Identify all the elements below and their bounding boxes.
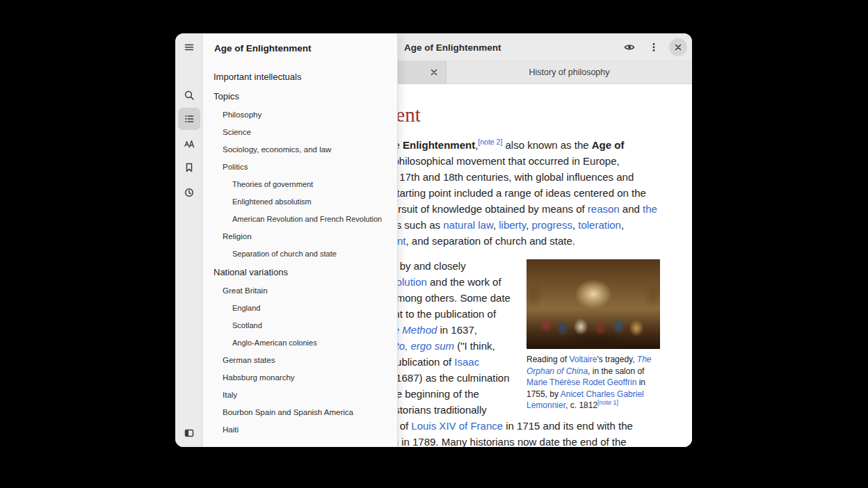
image-caption: Reading of Voltaire's tragedy, The Orpha…	[527, 354, 660, 412]
tab-close-icon[interactable]	[428, 66, 440, 79]
toc-item[interactable]: Science	[203, 124, 397, 141]
eye-icon[interactable]	[620, 38, 638, 56]
toc-item[interactable]: Theories of government	[203, 176, 397, 193]
citation-link[interactable]: [note 2]	[478, 138, 502, 146]
window-title: Age of Enlightenment	[404, 42, 501, 53]
salon-painting-image[interactable]	[527, 259, 660, 349]
text-run: separation of church and state.	[432, 235, 575, 247]
text-run: 's tragedy,	[597, 355, 636, 364]
article-link[interactable]: reason	[588, 203, 620, 215]
toc-item[interactable]: American Revolution and French Revolutio…	[203, 211, 397, 228]
toc-item[interactable]: England	[203, 300, 397, 317]
hamburger-menu-icon[interactable]	[178, 36, 200, 58]
history-icon[interactable]	[178, 181, 200, 204]
text-run: , and	[406, 235, 433, 247]
article-link[interactable]: Louis XIV of France	[411, 420, 503, 432]
toc-title: Age of Enlightenment	[203, 33, 397, 64]
toc-item[interactable]: National variations	[203, 263, 397, 282]
toc-icon[interactable]	[178, 108, 200, 130]
toc-item[interactable]: Anglo-American colonies	[203, 334, 397, 352]
toc-item[interactable]: Haiti	[203, 421, 397, 439]
article-link[interactable]: Voltaire	[569, 355, 597, 364]
text-run: Reading of	[527, 355, 569, 364]
text-run: and the work of	[427, 276, 501, 288]
article-link[interactable]: natural law	[443, 219, 493, 231]
text-run: , in the salon of	[588, 366, 644, 376]
toc-panel: Age of Enlightenment Important intellect…	[203, 33, 398, 447]
toc-item[interactable]: Great Britain	[203, 282, 397, 300]
text-run: ,	[526, 219, 531, 231]
toc-item[interactable]: Scotland	[203, 317, 397, 334]
text-run: ,	[493, 219, 499, 231]
text-run: ,	[572, 219, 578, 231]
text-run: also known as the	[502, 139, 591, 151]
toc-item[interactable]: Important intellectuals	[203, 67, 397, 87]
toc-item[interactable]: Topics	[203, 87, 397, 106]
icon-rail	[175, 33, 203, 447]
app-window: Age of Enlightenment	[175, 33, 692, 447]
close-icon[interactable]	[669, 38, 687, 56]
toc-item[interactable]: Politics	[203, 158, 397, 176]
toc-item[interactable]: German states	[203, 352, 397, 369]
bookmark-icon[interactable]	[178, 156, 200, 179]
toc-item[interactable]: Enlightened absolutism	[203, 193, 397, 211]
toc-item[interactable]: Bourbon Spain and Spanish America	[203, 404, 397, 421]
toc-item[interactable]: Italy	[203, 387, 397, 404]
tab-history-of-philosophy[interactable]: History of philosophy	[447, 61, 692, 83]
article-link[interactable]: liberty	[499, 219, 526, 231]
menu-kebab-icon[interactable]	[645, 38, 663, 56]
article-link[interactable]: toleration	[578, 219, 621, 231]
toc-list: Important intellectualsTopicsPhilosophyS…	[203, 67, 397, 439]
search-icon[interactable]	[178, 84, 200, 106]
toc-item[interactable]: Sociology, economics, and law	[203, 141, 397, 158]
article-figure: Reading of Voltaire's tragedy, The Orpha…	[527, 259, 660, 412]
text-run: and	[620, 203, 643, 215]
text-run: , c. 1812	[565, 400, 597, 410]
toc-item[interactable]: Separation of church and state	[203, 245, 397, 263]
text-run: Enlightenment	[403, 139, 475, 151]
sidebar-toggle-icon[interactable]	[178, 422, 200, 444]
toc-item[interactable]: Habsburg monarchy	[203, 369, 397, 387]
toc-item[interactable]: Philosophy	[203, 106, 397, 124]
tab-label: History of philosophy	[529, 67, 609, 77]
article-link[interactable]: progress	[532, 219, 572, 231]
language-icon[interactable]	[178, 133, 200, 155]
citation-link[interactable]: [note 1]	[597, 399, 618, 406]
text-run: ,	[621, 219, 624, 231]
article-link[interactable]: Marie Thérèse Rodet Geoffrin	[527, 377, 636, 387]
toc-item[interactable]: Religion	[203, 228, 397, 245]
